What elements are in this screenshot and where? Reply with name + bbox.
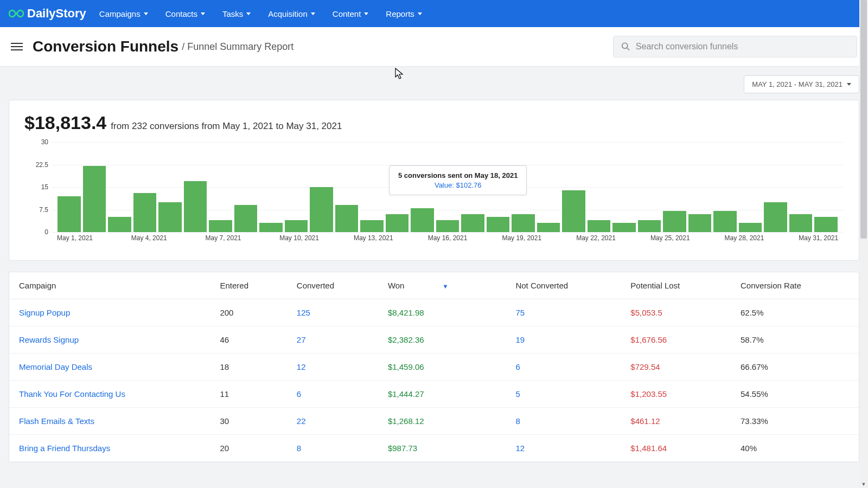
conversion-rate-value: 62.5%	[731, 299, 859, 326]
chart-bar[interactable]	[360, 220, 384, 232]
not-converted-link[interactable]: 12	[506, 435, 621, 462]
chart-bar[interactable]	[386, 214, 409, 232]
chart-bar[interactable]	[588, 220, 611, 232]
won-value: $987.73	[378, 435, 506, 462]
scroll-down-icon[interactable]: ▼	[859, 480, 868, 482]
chart-bar[interactable]	[461, 214, 484, 232]
chart-bar[interactable]	[234, 205, 258, 232]
tooltip-value: Value: $102.76	[398, 181, 518, 189]
campaign-link[interactable]: Bring a Friend Thursdays	[9, 435, 210, 462]
nav-item-label: Tasks	[222, 9, 243, 18]
x-axis-tick: May 4, 2021	[131, 234, 206, 245]
date-range-picker[interactable]: MAY 1, 2021 - MAY 31, 2021	[744, 75, 859, 93]
converted-link[interactable]: 27	[287, 326, 378, 354]
conversions-chart: 07.51522.530 May 1, 2021May 4, 2021May 7…	[9, 136, 859, 260]
chart-bar[interactable]	[814, 217, 838, 232]
campaign-link[interactable]: Flash Emails & Texts	[9, 408, 210, 435]
chart-bar[interactable]	[512, 214, 535, 232]
x-axis-tick: May 1, 2021	[57, 234, 131, 245]
not-converted-link[interactable]: 5	[506, 381, 621, 408]
chart-bar[interactable]	[83, 166, 106, 232]
chart-bar[interactable]	[764, 202, 787, 232]
entered-value: 20	[210, 435, 286, 462]
table-row: Rewards Signup4627$2,382.3619$1,676.5658…	[9, 326, 859, 354]
nav-item-acquisition[interactable]: Acquisition	[268, 9, 315, 18]
nav-item-campaigns[interactable]: Campaigns	[99, 9, 148, 18]
chart-bar[interactable]	[158, 202, 182, 232]
not-converted-link[interactable]: 8	[506, 408, 621, 435]
chart-bar[interactable]	[739, 223, 762, 232]
y-axis-tick: 22.5	[36, 161, 48, 169]
chart-bar[interactable]	[436, 220, 459, 232]
chart-bar[interactable]	[335, 205, 359, 232]
won-value: $8,421.98	[378, 299, 506, 326]
chevron-down-icon	[246, 12, 251, 15]
chart-bar[interactable]	[663, 211, 686, 232]
x-axis-tick: May 7, 2021	[205, 234, 279, 245]
table-header-conversion-rate[interactable]: Conversion Rate	[731, 272, 859, 299]
table-header-not-converted[interactable]: Not Converted	[506, 272, 621, 299]
scrollbar-thumb[interactable]	[860, 0, 867, 239]
converted-link[interactable]: 6	[287, 381, 378, 408]
won-value: $1,268.12	[378, 408, 506, 435]
not-converted-link[interactable]: 19	[506, 326, 621, 354]
chart-bar[interactable]	[259, 223, 283, 232]
chart-bar[interactable]	[108, 217, 131, 232]
page-title: Conversion Funnels	[33, 38, 178, 55]
revenue-total: $18,813.4	[24, 112, 106, 133]
gridline	[52, 232, 844, 233]
campaign-link[interactable]: Memorial Day Deals	[9, 354, 210, 381]
chart-bar[interactable]	[789, 214, 813, 232]
table-header-campaign[interactable]: Campaign	[9, 272, 210, 299]
chart-bar[interactable]	[638, 220, 661, 232]
search-input[interactable]	[636, 42, 849, 52]
nav-item-content[interactable]: Content	[333, 9, 369, 18]
chart-bar[interactable]	[209, 220, 232, 232]
chart-bar[interactable]	[184, 181, 207, 232]
sort-desc-icon: ▼	[442, 283, 448, 290]
nav-item-label: Content	[333, 9, 361, 18]
converted-link[interactable]: 8	[287, 435, 378, 462]
y-axis-tick: 30	[41, 138, 48, 146]
chart-bar[interactable]	[310, 187, 333, 232]
tooltip-title: 5 conversions sent on May 18, 2021	[398, 171, 518, 179]
chart-bar[interactable]	[133, 193, 157, 232]
campaign-link[interactable]: Signup Popup	[9, 299, 210, 326]
potential-lost-value: $729.54	[621, 354, 731, 381]
x-axis-tick: May 25, 2021	[650, 234, 725, 245]
campaign-link[interactable]: Rewards Signup	[9, 326, 210, 354]
not-converted-link[interactable]: 75	[506, 299, 621, 326]
vertical-scrollbar[interactable]: ▲ ▼	[859, 0, 868, 482]
conversion-rate-value: 66.67%	[731, 354, 859, 381]
campaign-link[interactable]: Thank You For Contacting Us	[9, 381, 210, 408]
nav-item-contacts[interactable]: Contacts	[165, 9, 205, 18]
nav-item-label: Campaigns	[99, 9, 141, 18]
chart-tooltip: 5 conversions sent on May 18, 2021 Value…	[389, 165, 527, 195]
converted-link[interactable]: 125	[287, 299, 378, 326]
chart-bar[interactable]	[612, 223, 636, 232]
search-box[interactable]	[613, 36, 857, 57]
entered-value: 46	[210, 326, 286, 354]
nav-item-reports[interactable]: Reports	[386, 9, 422, 18]
chart-bar[interactable]	[537, 223, 560, 232]
menu-toggle-icon[interactable]	[11, 43, 23, 50]
not-converted-link[interactable]: 6	[506, 354, 621, 381]
chart-bar[interactable]	[713, 211, 737, 232]
converted-link[interactable]: 22	[287, 408, 378, 435]
table-header-potential-lost[interactable]: Potential Lost	[621, 272, 731, 299]
converted-link[interactable]: 12	[287, 354, 378, 381]
nav-item-label: Reports	[386, 9, 414, 18]
funnel-table: CampaignEnteredConvertedWon▼Not Converte…	[9, 272, 859, 462]
chart-bar[interactable]	[285, 220, 308, 232]
brand-logo[interactable]: DailyStory	[9, 7, 86, 21]
table-header-entered[interactable]: Entered	[210, 272, 286, 299]
chart-bar[interactable]	[688, 214, 712, 232]
chart-bar[interactable]	[58, 196, 81, 232]
chart-bar[interactable]	[411, 208, 434, 232]
nav-item-tasks[interactable]: Tasks	[222, 9, 251, 18]
table-header-won[interactable]: Won▼	[378, 272, 506, 299]
chart-bar[interactable]	[487, 217, 510, 232]
table-header-converted[interactable]: Converted	[287, 272, 378, 299]
chart-bar[interactable]	[562, 190, 585, 232]
main-nav: CampaignsContactsTasksAcquisitionContent…	[99, 9, 422, 18]
